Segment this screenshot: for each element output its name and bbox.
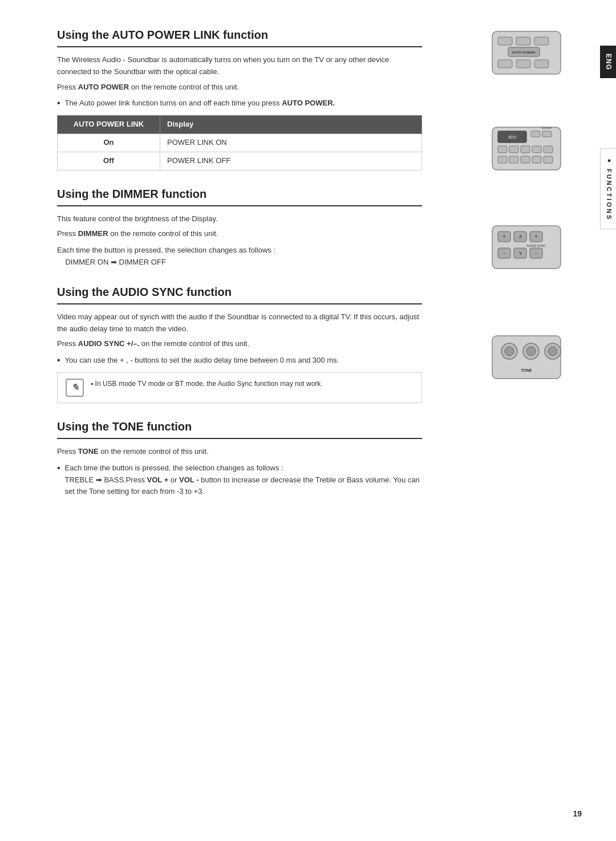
section-dimmer: Using the DIMMER function This feature c…	[57, 188, 422, 269]
dimmer-sequence: Each time the button is pressed, the sel…	[57, 245, 422, 269]
table-cell-power-link-off: POWER LINK OFF	[160, 152, 422, 170]
remote-image-1: AUTO POWER	[487, 29, 566, 82]
svg-rect-22	[532, 156, 541, 163]
bullet-dot-2: •	[57, 356, 60, 365]
section-title-tone: Using the TONE function	[57, 420, 422, 439]
svg-rect-17	[532, 146, 541, 153]
eng-label: ENG	[605, 54, 613, 70]
svg-text:∨: ∨	[518, 250, 522, 256]
svg-text:AUDIO SYNC: AUDIO SYNC	[526, 244, 545, 247]
svg-rect-6	[498, 60, 512, 68]
section-title-auto-power-link: Using the AUTO POWER LINK function	[57, 29, 422, 47]
dimmer-press: Press DIMMER on the remote control of th…	[57, 228, 422, 240]
table-header-col1: AUTO POWER LINK	[58, 116, 160, 134]
svg-rect-20	[509, 156, 518, 163]
svg-rect-3	[534, 37, 549, 45]
audio-sync-intro: Video may appear out of synch with the a…	[57, 311, 422, 335]
main-content: Using the AUTO POWER LINK function The W…	[0, 0, 468, 841]
table-row: On POWER LINK ON	[58, 133, 422, 152]
audio-sync-bullet: • You can use the + , - buttons to set t…	[57, 355, 422, 367]
svg-rect-1	[498, 37, 512, 45]
functions-label: ● FUNCTIONS	[606, 157, 613, 221]
audio-sync-press: Press AUDIO SYNC +/–. on the remote cont…	[57, 338, 422, 350]
remote-svg-4: TONE	[487, 333, 566, 384]
section-title-audio-sync: Using the AUDIO SYNC function	[57, 286, 422, 304]
remote-image-2: 00:0 Connect	[487, 124, 566, 177]
auto-power-press: Press AUTO POWER on the remote control o…	[57, 82, 422, 94]
svg-rect-23	[544, 156, 553, 163]
note-text: ▪ In USB mode TV mode or BT mode, the Au…	[91, 379, 323, 389]
table-cell-on: On	[58, 133, 160, 152]
svg-point-43	[526, 347, 536, 356]
tone-bullet-text: Each time the button is pressed, the sel…	[65, 462, 422, 498]
auto-power-table: AUTO POWER LINK Display On POWER LINK ON…	[57, 115, 422, 170]
svg-text:+: +	[502, 233, 505, 239]
note-icon: ✎	[66, 379, 84, 397]
note-box-audio-sync: ✎ ▪ In USB mode TV mode or BT mode, the …	[57, 372, 422, 403]
svg-rect-15	[509, 146, 518, 153]
section-audio-sync: Using the AUDIO SYNC function Video may …	[57, 286, 422, 403]
auto-power-bullet: • The Auto power link function turns on …	[57, 97, 422, 109]
section-body-tone: Press TONE on the remote control of this…	[57, 446, 422, 498]
svg-rect-21	[521, 156, 530, 163]
audio-sync-bullet-text: You can use the + , - buttons to set the…	[65, 355, 339, 367]
table-cell-off: Off	[58, 152, 160, 170]
svg-rect-16	[521, 146, 530, 153]
svg-rect-13	[542, 131, 552, 137]
table-row: Off POWER LINK OFF	[58, 152, 422, 170]
tone-bullet: • Each time the button is pressed, the s…	[57, 462, 422, 498]
remote-svg-1: AUTO POWER	[487, 29, 566, 80]
svg-text:∧: ∧	[518, 233, 522, 239]
svg-text:+: +	[534, 233, 537, 239]
tone-press: Press TONE on the remote control of this…	[57, 446, 422, 458]
remote-svg-2: 00:0 Connect	[487, 124, 566, 176]
remote-svg-3: + ∧ + AUDIO SYNC - ∨ -	[487, 223, 566, 274]
svg-rect-19	[498, 156, 507, 163]
section-auto-power-link: Using the AUTO POWER LINK function The W…	[57, 29, 422, 170]
dimmer-line1: This feature control the brightness of t…	[57, 213, 422, 225]
svg-rect-12	[531, 131, 540, 137]
right-panel: AUTO POWER 00:0	[468, 0, 593, 841]
auto-power-bullet-text: The Auto power link function turns on an…	[65, 97, 335, 109]
svg-point-45	[548, 347, 557, 356]
remote-image-3: + ∧ + AUDIO SYNC - ∨ -	[487, 223, 566, 276]
section-title-dimmer: Using the DIMMER function	[57, 188, 422, 206]
auto-power-intro: The Wireless Audio - Soundbar is automat…	[57, 54, 422, 78]
svg-rect-8	[534, 60, 549, 68]
svg-rect-14	[498, 146, 507, 153]
table-cell-power-link-on: POWER LINK ON	[160, 133, 422, 152]
svg-text:TONE: TONE	[521, 368, 532, 372]
svg-text:00:0: 00:0	[508, 135, 516, 139]
svg-text:-: -	[503, 249, 505, 256]
page-number: 19	[573, 809, 582, 818]
svg-text:-: -	[535, 249, 537, 256]
svg-rect-2	[516, 37, 530, 45]
svg-rect-7	[516, 60, 530, 68]
section-body-audio-sync: Video may appear out of synch with the a…	[57, 311, 422, 403]
eng-tab: ENG	[600, 46, 616, 78]
svg-text:AUTO POWER: AUTO POWER	[512, 51, 536, 54]
svg-text:Connect: Connect	[541, 126, 552, 129]
svg-point-41	[505, 347, 514, 356]
bullet-dot-3: •	[57, 464, 60, 473]
remote-image-4: TONE	[487, 333, 566, 386]
table-header-col2: Display	[160, 116, 422, 134]
section-tone: Using the TONE function Press TONE on th…	[57, 420, 422, 498]
bullet-dot: •	[57, 99, 60, 108]
section-body-dimmer: This feature control the brightness of t…	[57, 213, 422, 269]
svg-rect-18	[544, 146, 553, 153]
section-body-auto-power-link: The Wireless Audio - Soundbar is automat…	[57, 54, 422, 170]
functions-tab: ● FUNCTIONS	[600, 148, 616, 229]
